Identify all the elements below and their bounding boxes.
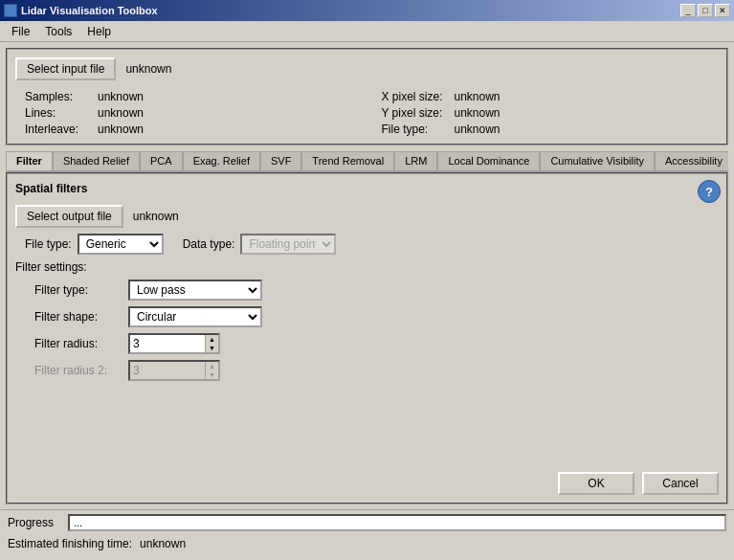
filter-tab-content: Spatial filters ? Select output file unk… [6,172,728,504]
tab-trend-removal[interactable]: Trend Removal [301,151,394,171]
output-file-value: unknown [133,210,179,223]
filter-type-select[interactable]: Low pass High pass Gaussian [128,280,262,301]
filter-radius2-spinner: 3 ▲ ▼ [128,360,220,381]
y-pixel-value: unknown [455,106,500,120]
close-button[interactable]: ✕ [715,4,730,17]
filter-radius-row: Filter radius: 3 ▲ ▼ [34,333,719,354]
output-row: Select output file unknown [15,205,719,228]
menu-help[interactable]: Help [79,23,119,40]
bottom-buttons: OK Cancel [15,468,719,495]
filetype-label: File type: [382,123,449,136]
filter-settings-section: Filter settings: [15,260,719,274]
estimated-time-row: Estimated finishing time: unknown [0,535,734,554]
filter-radius-spinner: 3 ▲ ▼ [128,333,220,354]
menu-file[interactable]: File [4,23,37,40]
datatype-select[interactable]: Floating point [240,234,336,255]
filter-shape-select[interactable]: Circular Square [128,306,262,327]
title-bar: Lidar Visualisation Toolbox _ □ ✕ [0,0,734,21]
tab-filter[interactable]: Filter [6,151,53,171]
progress-section: Progress ... [0,509,734,535]
filetype-row: File type: Generic Data type: Floating p… [15,234,719,255]
samples-label: Samples: [25,90,92,103]
x-pixel-label: X pixel size: [382,90,449,103]
samples-value: unknown [98,90,144,103]
filter-radius-input[interactable]: 3 [128,333,205,354]
cancel-button[interactable]: Cancel [642,472,719,495]
estimated-time-label: Estimated finishing time: [8,537,132,550]
filter-type-label: Filter type: [34,283,121,297]
filter-radius2-decrement[interactable]: ▼ [205,370,218,379]
tab-cumulative-visibility[interactable]: Cumulative Visibility [540,151,655,171]
window-controls: _ □ ✕ [680,4,730,17]
filter-radius2-label: Filter radius 2: [34,364,121,377]
file-info-grid: Samples: unknown X pixel size: unknown L… [15,90,719,136]
ok-button[interactable]: OK [558,472,634,495]
progress-label: Progress [8,516,60,529]
tab-exag-relief[interactable]: Exag. Relief [183,151,260,171]
filetype-select[interactable]: Generic [78,234,164,255]
tab-section: Filter Shaded Relief PCA Exag. Relief SV… [6,150,728,504]
filter-radius-spinner-buttons: ▲ ▼ [205,333,220,354]
tab-accessibility[interactable]: Accessibility [655,151,728,171]
filter-shape-label: Filter shape: [34,310,121,324]
interleave-value: unknown [98,123,144,136]
tab-pca[interactable]: PCA [140,151,183,171]
x-pixel-value: unknown [455,90,500,103]
tab-shaded-relief[interactable]: Shaded Relief [53,151,140,171]
filter-radius2-row: Filter radius 2: 3 ▲ ▼ [34,360,719,381]
filetype-field-label: File type: [25,237,72,251]
app-icon [4,4,17,17]
filter-radius-label: Filter radius: [34,337,121,350]
filter-settings-label: Filter settings: [15,260,87,274]
filter-shape-row: Filter shape: Circular Square [34,306,719,327]
input-section: Select input file unknown Samples: unkno… [6,48,728,146]
lines-label: Lines: [25,106,92,120]
lines-value: unknown [98,106,144,120]
progress-text: ... [74,517,82,528]
menu-bar: File Tools Help [0,21,734,42]
tab-svf[interactable]: SVF [260,151,301,171]
select-output-file-button[interactable]: Select output file [15,205,123,228]
filetype-value: unknown [455,123,500,136]
estimated-time-value: unknown [140,537,186,550]
filter-radius2-spinner-buttons: ▲ ▼ [205,360,220,381]
window-title: Lidar Visualisation Toolbox [21,5,158,16]
panel-title: Spatial filters [15,182,719,195]
tab-lrm[interactable]: LRM [394,151,437,171]
menu-tools[interactable]: Tools [37,23,79,40]
filter-settings-area: Filter type: Low pass High pass Gaussian… [15,280,719,381]
input-file-value: unknown [125,62,171,76]
select-input-file-button[interactable]: Select input file [15,57,116,80]
tab-bar: Filter Shaded Relief PCA Exag. Relief SV… [6,150,728,172]
filter-radius-increment[interactable]: ▲ [205,335,218,344]
progress-section-wrapper: Progress ... Estimated finishing time: u… [0,509,734,554]
y-pixel-label: Y pixel size: [382,106,449,120]
filter-radius-decrement[interactable]: ▼ [205,344,218,352]
help-button[interactable]: ? [698,180,721,203]
progress-bar: ... [68,514,726,531]
datatype-field-label: Data type: [183,237,235,251]
filter-radius2-increment[interactable]: ▲ [205,362,218,370]
main-content: Select input file unknown Samples: unkno… [0,42,734,560]
filter-radius2-input[interactable]: 3 [128,360,205,381]
minimize-button[interactable]: _ [680,4,696,17]
maximize-button[interactable]: □ [698,4,713,17]
filter-type-row: Filter type: Low pass High pass Gaussian [34,280,719,301]
tab-local-dominance[interactable]: Local Dominance [437,151,540,171]
interleave-label: Interleave: [25,123,92,136]
